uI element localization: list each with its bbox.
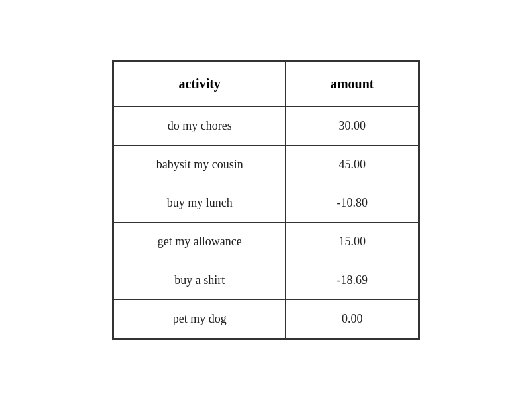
cell-amount-4: -18.69 [286,261,419,299]
cell-activity-3: get my allowance [114,222,286,261]
cell-amount-0: 30.00 [286,106,419,145]
cell-activity-1: babysit my cousin [114,145,286,184]
cell-amount-2: -10.80 [286,184,419,222]
table-row: do my chores30.00 [114,106,419,145]
activity-table: activity amount do my chores30.00babysit… [113,61,419,338]
header-activity: activity [114,61,286,106]
cell-activity-4: buy a shirt [114,261,286,299]
table-row: buy my lunch-10.80 [114,184,419,222]
table-row: babysit my cousin45.00 [114,145,419,184]
header-amount: amount [286,61,419,106]
table-row: get my allowance15.00 [114,222,419,261]
table-header-row: activity amount [114,61,419,106]
cell-amount-3: 15.00 [286,222,419,261]
table-row: pet my dog0.00 [114,299,419,338]
cell-activity-2: buy my lunch [114,184,286,222]
cell-amount-1: 45.00 [286,145,419,184]
cell-activity-0: do my chores [114,106,286,145]
cell-activity-5: pet my dog [114,299,286,338]
main-table-container: activity amount do my chores30.00babysit… [112,60,420,340]
table-row: buy a shirt-18.69 [114,261,419,299]
cell-amount-5: 0.00 [286,299,419,338]
